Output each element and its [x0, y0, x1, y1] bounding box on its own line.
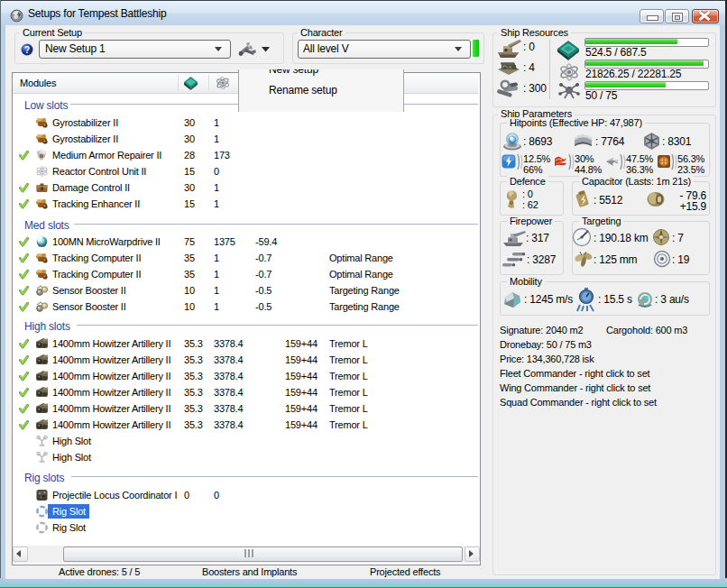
svg-text:?: ? — [24, 45, 30, 55]
